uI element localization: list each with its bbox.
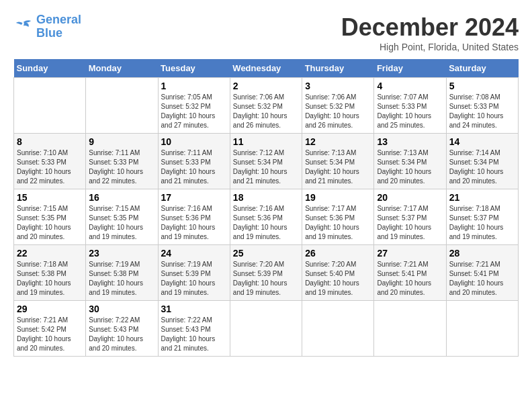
logo: General Blue — [13, 13, 81, 40]
calendar-cell: 5 Sunrise: 7:08 AM Sunset: 5:33 PM Dayli… — [446, 78, 518, 134]
calendar-cell: 28 Sunrise: 7:21 AM Sunset: 5:41 PM Dayl… — [446, 245, 518, 301]
calendar-cell: 23 Sunrise: 7:19 AM Sunset: 5:38 PM Dayl… — [86, 245, 158, 301]
page-header: General Blue December 2024 High Point, F… — [13, 13, 519, 52]
calendar-week-row: 8 Sunrise: 7:10 AM Sunset: 5:33 PM Dayli… — [14, 134, 519, 189]
day-info: Sunrise: 7:13 AM Sunset: 5:34 PM Dayligh… — [305, 148, 371, 186]
logo-general: General — [36, 13, 81, 26]
day-number: 8 — [17, 136, 83, 147]
day-info: Sunrise: 7:17 AM Sunset: 5:36 PM Dayligh… — [305, 204, 371, 242]
day-number: 17 — [161, 192, 227, 203]
day-number: 4 — [377, 81, 443, 91]
day-info: Sunrise: 7:16 AM Sunset: 5:36 PM Dayligh… — [233, 204, 299, 242]
calendar-cell: 20 Sunrise: 7:17 AM Sunset: 5:37 PM Dayl… — [374, 189, 446, 245]
day-number: 19 — [305, 192, 371, 203]
day-info: Sunrise: 7:10 AM Sunset: 5:33 PM Dayligh… — [17, 148, 83, 186]
calendar-table: SundayMondayTuesdayWednesdayThursdayFrid… — [13, 59, 519, 357]
calendar-cell: 16 Sunrise: 7:15 AM Sunset: 5:35 PM Dayl… — [86, 189, 158, 245]
day-number: 29 — [17, 304, 83, 314]
day-info: Sunrise: 7:18 AM Sunset: 5:37 PM Dayligh… — [449, 204, 515, 242]
day-number: 27 — [377, 248, 443, 259]
calendar-cell: 31 Sunrise: 7:22 AM Sunset: 5:43 PM Dayl… — [158, 301, 230, 357]
calendar-cell: 3 Sunrise: 7:06 AM Sunset: 5:32 PM Dayli… — [302, 78, 374, 134]
day-number: 21 — [449, 192, 515, 203]
calendar-cell: 4 Sunrise: 7:07 AM Sunset: 5:33 PM Dayli… — [374, 78, 446, 134]
day-number: 26 — [305, 248, 371, 259]
day-number: 22 — [17, 248, 83, 259]
weekday-header: Wednesday — [230, 59, 302, 78]
day-info: Sunrise: 7:06 AM Sunset: 5:32 PM Dayligh… — [233, 93, 299, 130]
calendar-cell: 17 Sunrise: 7:16 AM Sunset: 5:36 PM Dayl… — [158, 189, 230, 245]
day-info: Sunrise: 7:21 AM Sunset: 5:41 PM Dayligh… — [449, 260, 515, 298]
calendar-cell: 25 Sunrise: 7:20 AM Sunset: 5:39 PM Dayl… — [230, 245, 302, 301]
day-info: Sunrise: 7:17 AM Sunset: 5:37 PM Dayligh… — [377, 204, 443, 242]
weekday-header: Monday — [86, 59, 158, 78]
day-number: 30 — [89, 304, 154, 314]
day-info: Sunrise: 7:20 AM Sunset: 5:40 PM Dayligh… — [305, 260, 371, 298]
day-number: 31 — [161, 304, 227, 314]
day-number: 16 — [89, 192, 154, 203]
day-info: Sunrise: 7:05 AM Sunset: 5:32 PM Dayligh… — [161, 93, 227, 130]
location-text: High Point, Florida, United States — [341, 42, 519, 52]
calendar-cell: 13 Sunrise: 7:13 AM Sunset: 5:34 PM Dayl… — [374, 134, 446, 189]
day-info: Sunrise: 7:21 AM Sunset: 5:42 PM Dayligh… — [17, 316, 83, 353]
calendar-cell: 21 Sunrise: 7:18 AM Sunset: 5:37 PM Dayl… — [446, 189, 518, 245]
day-info: Sunrise: 7:15 AM Sunset: 5:35 PM Dayligh… — [17, 204, 83, 242]
weekday-header: Saturday — [446, 59, 518, 78]
calendar-cell — [374, 301, 446, 357]
day-info: Sunrise: 7:19 AM Sunset: 5:38 PM Dayligh… — [89, 260, 154, 298]
header-row: SundayMondayTuesdayWednesdayThursdayFrid… — [14, 59, 519, 78]
calendar-week-row: 1 Sunrise: 7:05 AM Sunset: 5:32 PM Dayli… — [14, 78, 519, 134]
calendar-cell: 11 Sunrise: 7:12 AM Sunset: 5:34 PM Dayl… — [230, 134, 302, 189]
calendar-cell — [14, 78, 86, 134]
calendar-week-row: 22 Sunrise: 7:18 AM Sunset: 5:38 PM Dayl… — [14, 245, 519, 301]
calendar-cell: 22 Sunrise: 7:18 AM Sunset: 5:38 PM Dayl… — [14, 245, 86, 301]
calendar-cell: 15 Sunrise: 7:15 AM Sunset: 5:35 PM Dayl… — [14, 189, 86, 245]
calendar-cell — [302, 301, 374, 357]
day-number: 5 — [449, 81, 515, 91]
day-info: Sunrise: 7:13 AM Sunset: 5:34 PM Dayligh… — [377, 148, 443, 186]
day-info: Sunrise: 7:06 AM Sunset: 5:32 PM Dayligh… — [305, 93, 371, 130]
day-number: 15 — [17, 192, 83, 203]
day-number: 25 — [233, 248, 299, 259]
weekday-header: Tuesday — [158, 59, 230, 78]
day-number: 20 — [377, 192, 443, 203]
day-info: Sunrise: 7:16 AM Sunset: 5:36 PM Dayligh… — [161, 204, 227, 242]
calendar-cell: 10 Sunrise: 7:11 AM Sunset: 5:33 PM Dayl… — [158, 134, 230, 189]
day-info: Sunrise: 7:22 AM Sunset: 5:43 PM Dayligh… — [161, 316, 227, 353]
day-number: 12 — [305, 136, 371, 147]
weekday-header: Thursday — [302, 59, 374, 78]
weekday-header: Sunday — [14, 59, 86, 78]
day-info: Sunrise: 7:12 AM Sunset: 5:34 PM Dayligh… — [233, 148, 299, 186]
title-area: December 2024 High Point, Florida, Unite… — [341, 13, 519, 52]
day-info: Sunrise: 7:08 AM Sunset: 5:33 PM Dayligh… — [449, 93, 515, 130]
calendar-cell — [446, 301, 518, 357]
day-info: Sunrise: 7:19 AM Sunset: 5:39 PM Dayligh… — [161, 260, 227, 298]
calendar-cell: 27 Sunrise: 7:21 AM Sunset: 5:41 PM Dayl… — [374, 245, 446, 301]
day-info: Sunrise: 7:15 AM Sunset: 5:35 PM Dayligh… — [89, 204, 154, 242]
calendar-cell: 30 Sunrise: 7:22 AM Sunset: 5:43 PM Dayl… — [86, 301, 158, 357]
calendar-cell: 8 Sunrise: 7:10 AM Sunset: 5:33 PM Dayli… — [14, 134, 86, 189]
day-number: 1 — [161, 81, 227, 91]
day-number: 10 — [161, 136, 227, 147]
day-info: Sunrise: 7:07 AM Sunset: 5:33 PM Dayligh… — [377, 93, 443, 130]
day-info: Sunrise: 7:11 AM Sunset: 5:33 PM Dayligh… — [161, 148, 227, 186]
day-info: Sunrise: 7:21 AM Sunset: 5:41 PM Dayligh… — [377, 260, 443, 298]
calendar-cell: 9 Sunrise: 7:11 AM Sunset: 5:33 PM Dayli… — [86, 134, 158, 189]
month-title: December 2024 — [341, 13, 519, 42]
day-info: Sunrise: 7:11 AM Sunset: 5:33 PM Dayligh… — [89, 148, 154, 186]
calendar-cell — [86, 78, 158, 134]
logo-icon — [13, 17, 34, 37]
calendar-cell: 2 Sunrise: 7:06 AM Sunset: 5:32 PM Dayli… — [230, 78, 302, 134]
day-number: 18 — [233, 192, 299, 203]
day-info: Sunrise: 7:18 AM Sunset: 5:38 PM Dayligh… — [17, 260, 83, 298]
day-number: 9 — [89, 136, 154, 147]
logo-blue: Blue — [36, 26, 62, 40]
calendar-cell: 14 Sunrise: 7:14 AM Sunset: 5:34 PM Dayl… — [446, 134, 518, 189]
day-info: Sunrise: 7:20 AM Sunset: 5:39 PM Dayligh… — [233, 260, 299, 298]
day-number: 11 — [233, 136, 299, 147]
day-number: 2 — [233, 81, 299, 91]
calendar-cell: 12 Sunrise: 7:13 AM Sunset: 5:34 PM Dayl… — [302, 134, 374, 189]
day-number: 23 — [89, 248, 154, 259]
day-info: Sunrise: 7:22 AM Sunset: 5:43 PM Dayligh… — [89, 316, 154, 353]
day-number: 13 — [377, 136, 443, 147]
